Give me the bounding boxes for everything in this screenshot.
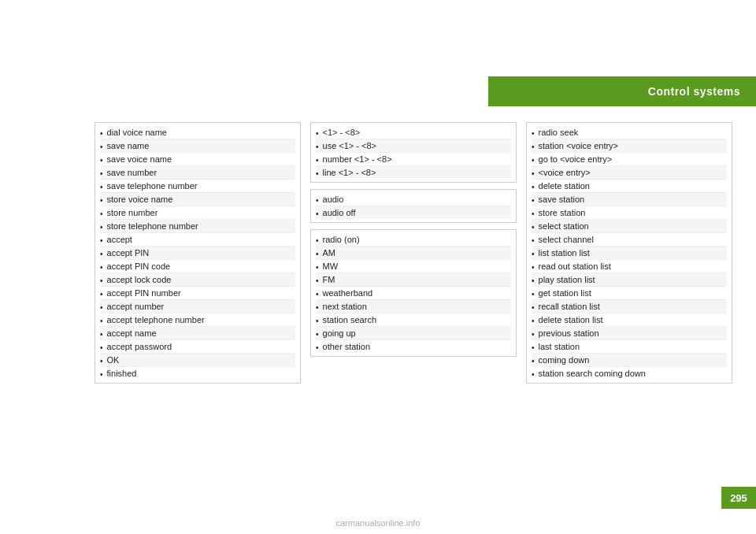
bullet-icon: • <box>532 250 535 258</box>
bullet-icon: • <box>316 236 319 245</box>
bullet-icon: • <box>100 169 103 178</box>
list-item-text: store number <box>107 208 158 217</box>
bullet-icon: • <box>316 143 319 151</box>
list-item: •station <voice entry> <box>532 139 727 153</box>
section-col2-0: •<1> - <8>•use <1> - <8>•number <1> - <8… <box>310 122 517 183</box>
list-item-text: store station <box>539 208 586 217</box>
bullet-icon: • <box>100 129 103 138</box>
bullet-icon: • <box>532 183 535 191</box>
list-item-text: save station <box>539 195 585 204</box>
list-item: •dial voice name <box>100 126 295 139</box>
list-item: •radio (on) <box>316 233 511 247</box>
section-col3-0: •radio seek•station <voice entry>•go to … <box>526 122 732 384</box>
list-item-text: delete station list <box>539 315 603 324</box>
bullet-icon: • <box>316 276 319 285</box>
list-item-text: next station <box>323 302 367 311</box>
list-item: •FM <box>316 273 511 287</box>
list-item: •<voice entry> <box>532 166 727 180</box>
list-item-text: previous station <box>539 328 599 338</box>
list-item-text: list station list <box>539 248 590 258</box>
list-item-text: station search <box>323 315 376 324</box>
bullet-icon: • <box>100 156 103 165</box>
list-item: •delete station list <box>532 313 727 327</box>
list-item: •previous station <box>532 327 727 340</box>
list-item-text: station <voice entry> <box>539 141 619 150</box>
list-item-text: accept lock code <box>107 275 172 284</box>
bullet-icon: • <box>316 263 319 272</box>
bullet-icon: • <box>532 210 535 218</box>
bullet-icon: • <box>100 183 103 191</box>
list-item: •use <1> - <8> <box>316 139 511 153</box>
list-item-text: accept password <box>107 342 172 351</box>
list-item-text: accept <box>107 235 132 244</box>
list-item-text: store voice name <box>107 195 173 204</box>
section-body-col3-0: •radio seek•station <voice entry>•go to … <box>527 123 732 383</box>
page-title: Control systems <box>648 85 740 98</box>
bullet-icon: • <box>316 210 319 218</box>
list-item: •audio off <box>316 206 511 219</box>
list-item-text: <voice entry> <box>539 168 591 177</box>
list-item: •go to <voice entry> <box>532 153 727 166</box>
list-item: •other station <box>316 340 511 353</box>
bullet-icon: • <box>100 196 103 205</box>
list-item: •accept <box>100 233 295 247</box>
list-item: •number <1> - <8> <box>316 153 511 166</box>
section-body-col2-2: •radio (on)•AM•MW•FM•weatherband•next st… <box>311 230 516 356</box>
bullet-icon: • <box>532 343 535 352</box>
list-item-text: audio off <box>323 208 356 217</box>
page-number-text: 295 <box>730 492 747 504</box>
list-item-text: accept PIN code <box>107 261 171 271</box>
list-item: •station search <box>316 313 511 327</box>
list-item: •delete station <box>532 180 727 193</box>
list-item-text: select channel <box>539 235 594 244</box>
list-col2-1: •audio•audio off <box>311 190 516 222</box>
list-item: •station search coming down <box>532 367 727 380</box>
list-col1-0: •dial voice name•save name•save voice na… <box>95 123 300 383</box>
list-item-text: play station list <box>539 275 595 284</box>
list-item-text: select station <box>539 221 589 231</box>
section-body-col1-0: •dial voice name•save name•save voice na… <box>95 123 300 383</box>
bullet-icon: • <box>316 129 319 138</box>
list-item: •accept PIN number <box>100 287 295 300</box>
bullet-icon: • <box>316 156 319 165</box>
bullet-icon: • <box>532 169 535 178</box>
bullet-icon: • <box>100 317 103 325</box>
list-item: •accept number <box>100 300 295 313</box>
list-item: •list station list <box>532 247 727 260</box>
header-tab: Control systems <box>488 76 756 106</box>
list-item-text: last station <box>539 342 580 351</box>
content-area: •dial voice name•save name•save voice na… <box>94 122 732 479</box>
list-item: •<1> - <8> <box>316 126 511 139</box>
list-item: •store number <box>100 206 295 220</box>
list-item: •OK <box>100 354 295 367</box>
bullet-icon: • <box>316 250 319 258</box>
bullet-icon: • <box>532 263 535 272</box>
list-item: •accept telephone number <box>100 313 295 327</box>
list-item-text: accept PIN <box>107 248 150 258</box>
list-item: •accept password <box>100 340 295 354</box>
list-item-text: radio seek <box>539 128 579 137</box>
list-item: •save name <box>100 139 295 153</box>
list-item: •save station <box>532 193 727 206</box>
list-item: •audio <box>316 193 511 206</box>
section-body-col2-0: •<1> - <8>•use <1> - <8>•number <1> - <8… <box>311 123 516 182</box>
list-item: •radio seek <box>532 126 727 139</box>
list-item-text: coming down <box>539 355 590 365</box>
bullet-icon: • <box>100 290 103 299</box>
list-item: •going up <box>316 327 511 340</box>
bullet-icon: • <box>100 370 103 379</box>
list-item-text: <1> - <8> <box>323 128 361 137</box>
bullet-icon: • <box>532 156 535 165</box>
bullet-icon: • <box>100 343 103 352</box>
bullet-icon: • <box>316 196 319 205</box>
list-col2-2: •radio (on)•AM•MW•FM•weatherband•next st… <box>311 230 516 356</box>
list-item: •save number <box>100 166 295 180</box>
list-item: •save telephone number <box>100 180 295 193</box>
bullet-icon: • <box>316 169 319 178</box>
list-item-text: save telephone number <box>107 181 198 191</box>
list-item-text: save number <box>107 168 158 177</box>
list-item-text: station search coming down <box>539 369 646 378</box>
list-item-text: other station <box>323 342 371 351</box>
list-item: •store telephone number <box>100 220 295 233</box>
bullet-icon: • <box>532 290 535 299</box>
